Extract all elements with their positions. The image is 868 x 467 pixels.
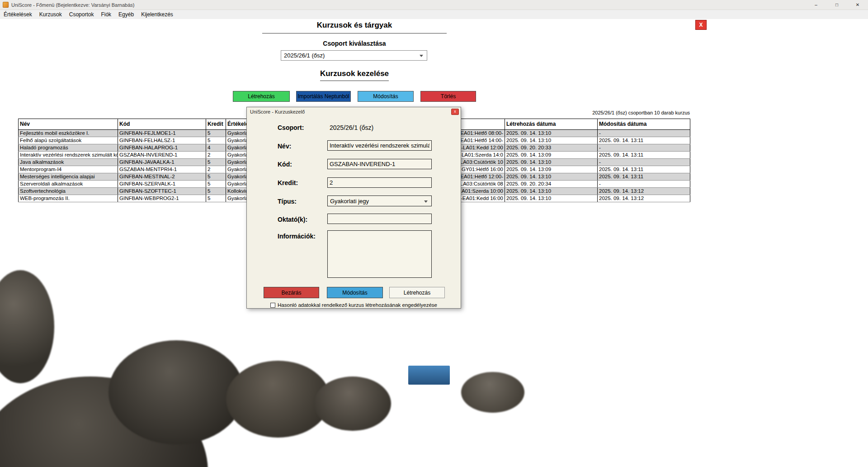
window-controls: – □ ✕ [806, 0, 868, 10]
course-credit-cell: 4 [206, 144, 226, 152]
course-created-cell: 2025. 09. 14. 13:10 [505, 137, 598, 144]
dialog-name-label: Név: [278, 143, 291, 150]
dialog-close-button[interactable]: Bezárás [264, 287, 319, 298]
course-dialog: UniScore - Kurzuskezelő x Csoport: 2025/… [246, 107, 461, 309]
course-code-cell: GINFBAN-HALAPROG-1 [118, 144, 206, 152]
course-modified-cell: - [598, 144, 690, 152]
course-created-cell: 2025. 09. 14. 13:10 [505, 173, 598, 181]
dialog-group-value: 2025/26/1 (ősz) [330, 124, 373, 131]
dialog-close-icon[interactable]: x [451, 109, 459, 115]
course-code-cell: GSZABAN-MENTPRI4-1 [118, 166, 206, 173]
app-icon [3, 2, 9, 8]
course-code-cell: GSZABAN-INVEREND-1 [118, 152, 206, 159]
chevron-down-icon [424, 200, 428, 203]
course-credit-cell: 2 [206, 152, 226, 159]
col-header-credit[interactable]: Kredit [206, 119, 226, 130]
section-title-courses: Kurzusok kezelése [262, 69, 447, 81]
menu-item-kijelentkezes[interactable]: Kijelentkezés [137, 11, 177, 18]
course-name-cell: Haladó programozás [19, 144, 118, 152]
group-select[interactable]: 2025/26/1 (ősz) [281, 50, 427, 61]
create-course-button[interactable]: Létrehozás [233, 91, 290, 102]
course-credit-cell: 5 [206, 137, 226, 144]
course-teacher-input[interactable] [327, 214, 432, 224]
minimize-icon[interactable]: – [806, 0, 826, 10]
course-created-cell: 2025. 09. 14. 13:09 [505, 152, 598, 159]
course-count-text: 2025/26/1 (ősz) csoportban 10 darab kurz… [497, 110, 690, 115]
course-credit-cell: 5 [206, 173, 226, 181]
course-code-cell: GINFBAN-WEBPROG2-1 [118, 195, 206, 202]
course-code-cell: GINFBAN-FEJLMOE1-1 [118, 130, 206, 137]
course-name-cell: Fejlesztés mobil eszközökre I. [19, 130, 118, 137]
course-credit-input[interactable] [327, 177, 432, 188]
dialog-code-label: Kód: [278, 161, 292, 168]
dialog-group-label: Csoport: [278, 124, 304, 131]
course-name-cell: Mentorprogram-I4 [19, 166, 118, 173]
maximize-icon[interactable]: □ [826, 0, 847, 10]
course-name-cell: Felhő alapú szolgáltatások [19, 137, 118, 144]
window-titlebar: UniScore - Főmenü (Bejelentkezve: Varsán… [0, 0, 868, 10]
course-created-cell: 2025. 09. 14. 13:10 [505, 130, 598, 137]
dialog-credit-label: Kredit: [278, 179, 298, 186]
course-type-value: Gyakorlati jegy [330, 198, 369, 205]
quick-close-button[interactable]: X [695, 20, 707, 30]
import-neptun-button[interactable]: Importálás Neptunból [296, 91, 351, 102]
dialog-teacher-label: Oktató(k): [278, 216, 307, 223]
course-modified-cell: 2025. 09. 14. 13:12 [598, 188, 690, 195]
group-select-value: 2025/26/1 (ősz) [284, 52, 325, 59]
course-created-cell: 2025. 09. 14. 13:09 [505, 166, 598, 173]
delete-course-button[interactable]: Törlés [420, 91, 476, 102]
course-credit-cell: 5 [206, 159, 226, 166]
allow-duplicate-checkbox[interactable] [270, 303, 275, 308]
page-title: Kurzusok és tárgyak [262, 21, 447, 33]
course-info-textarea[interactable] [327, 230, 432, 278]
course-credit-cell: 5 [206, 195, 226, 202]
col-header-code[interactable]: Kód [118, 119, 206, 130]
course-name-input[interactable] [327, 140, 432, 151]
course-code-cell: GINFBAN-SZOFTTEC-1 [118, 188, 206, 195]
menu-item-fiok[interactable]: Fiók [97, 11, 115, 18]
course-modified-cell: 2025. 09. 14. 13:11 [598, 166, 690, 173]
dialog-create-button[interactable]: Létrehozás [389, 287, 445, 298]
menu-bar: Értékelések Kurzusok Csoportok Fiók Egyé… [0, 10, 868, 19]
course-created-cell: 2025. 09. 20. 20:34 [505, 181, 598, 188]
window-title: UniScore - Főmenü (Bejelentkezve: Varsán… [11, 2, 134, 8]
dialog-titlebar: UniScore - Kurzuskezelő [247, 107, 461, 116]
menu-item-csoportok[interactable]: Csoportok [66, 11, 98, 18]
course-code-cell: GINFBAN-MESTINAL-2 [118, 173, 206, 181]
rock-shape [0, 270, 54, 383]
chevron-down-icon [420, 55, 423, 57]
col-header-created[interactable]: Létrehozás dátuma [505, 119, 598, 130]
menu-item-kurzusok[interactable]: Kurzusok [36, 11, 66, 18]
course-type-select[interactable]: Gyakorlati jegy [327, 195, 432, 206]
allow-duplicate-label: Hasonló adatokkal rendelkező kurzus létr… [278, 302, 437, 308]
menu-item-egyeb[interactable]: Egyéb [115, 11, 137, 18]
dialog-modify-button[interactable]: Módosítás [327, 287, 383, 298]
course-credit-cell: 2 [206, 166, 226, 173]
col-header-name[interactable]: Név [19, 119, 118, 130]
course-code-input[interactable] [327, 159, 432, 169]
close-icon[interactable]: ✕ [847, 0, 868, 10]
course-modified-cell: - [598, 130, 690, 137]
col-header-modified[interactable]: Módosítás dátuma [598, 119, 690, 130]
course-credit-cell: 5 [206, 130, 226, 137]
rock-shape [108, 340, 244, 444]
course-name-cell: Szoftvertechnológia [19, 188, 118, 195]
course-code-cell: GINFBAN-JAVAALKA-1 [118, 159, 206, 166]
dialog-title: UniScore - Kurzuskezelő [250, 109, 305, 114]
dialog-info-label: Információk: [278, 233, 316, 240]
course-modified-cell: 2025. 09. 14. 13:11 [598, 137, 690, 144]
course-code-cell: GINFBAN-FELHALSZ-1 [118, 137, 206, 144]
course-code-cell: GINFBAN-SZERVALK-1 [118, 181, 206, 188]
course-name-cell: Mesterséges intelligencia alapjai [19, 173, 118, 181]
course-modified-cell: 2025. 09. 14. 13:12 [598, 195, 690, 202]
rock-shape [461, 372, 524, 413]
course-created-cell: 2025. 09. 20. 20:33 [505, 144, 598, 152]
course-created-cell: 2025. 09. 14. 13:10 [505, 159, 598, 166]
course-modified-cell: - [598, 159, 690, 166]
rock-shape [314, 376, 391, 431]
course-modified-cell: - [598, 181, 690, 188]
dialog-type-label: Típus: [278, 198, 297, 205]
menu-item-ertekelesek[interactable]: Értékelések [0, 11, 36, 18]
group-select-label: Csoport kiválasztása [262, 40, 447, 47]
modify-course-button[interactable]: Módosítás [358, 91, 414, 102]
